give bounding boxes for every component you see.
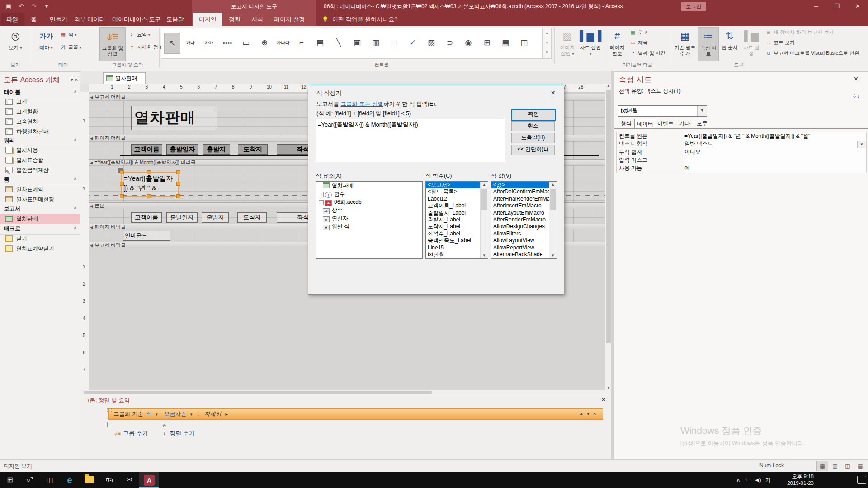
add-group-button[interactable]: ⫝̸≡그룹 추가 xyxy=(114,430,148,436)
list-item[interactable]: AlternateBackShade xyxy=(491,251,549,258)
colors-button[interactable]: ▦색 ▾ xyxy=(60,29,76,39)
undo-icon[interactable]: ↶ xyxy=(15,0,27,13)
option-button-icon[interactable]: ◉ xyxy=(461,33,476,53)
totals-button[interactable]: Σ요약 ▾ xyxy=(128,29,150,39)
text-box-icon[interactable]: 가나 xyxy=(183,33,198,53)
image-control-icon[interactable]: ▨ xyxy=(424,33,439,53)
detail-field-textbox[interactable]: 고객이름 xyxy=(131,212,162,223)
taskbar-clock[interactable]: 오후 9:18 2019-01-23 xyxy=(775,473,814,487)
list-item[interactable]: Line15 xyxy=(426,244,481,251)
expression-values-list[interactable]: <값>AfterDelConfirmEmMacroAfterFinalRende… xyxy=(491,181,557,259)
edge-icon[interactable]: e xyxy=(60,472,80,488)
page-number-button[interactable]: # 페이지 번호 xyxy=(607,27,627,61)
design-view-button[interactable]: ▤ xyxy=(854,461,866,471)
start-button[interactable]: ⊞ xyxy=(0,472,20,488)
column-header-label[interactable]: 출발일자 xyxy=(166,144,198,155)
nav-item-report-selected[interactable]: 열차판매 xyxy=(0,214,80,224)
view-code-button[interactable]: ⸬코드 보기 xyxy=(765,38,795,47)
vertical-scrollbar[interactable]: ▲▼ xyxy=(605,84,611,390)
document-tab[interactable]: 열차판매 xyxy=(103,72,146,84)
nav-section-macros[interactable]: 매크로∧ xyxy=(0,224,80,235)
props-tab-data[interactable]: 데이터 xyxy=(634,119,656,129)
less-button[interactable]: << 간단히(L) xyxy=(511,145,555,155)
controls-gallery-scroll[interactable]: ▲▼≡ xyxy=(542,28,552,59)
qat-customize-icon[interactable]: ▾ xyxy=(41,0,52,13)
list-item[interactable]: 출발지_Label xyxy=(426,216,481,223)
group-field-dropdown[interactable]: 식 xyxy=(146,411,152,417)
date-time-button[interactable]: ◔날짜 및 시간 xyxy=(629,48,665,58)
selected-expression-textbox[interactable]: =Year([출발일자 ]) & "년 " & xyxy=(121,172,179,197)
help-button[interactable]: 도움말(H) xyxy=(511,133,555,143)
insert-chart-button[interactable]: ▌▆▐ 차트 삽입 ▾ xyxy=(580,27,601,61)
list-item[interactable]: <값> xyxy=(491,182,549,188)
nav-item-query[interactable]: 열차표종합 xyxy=(0,155,80,165)
nav-item-table[interactable]: 하행열차판매 xyxy=(0,127,80,136)
tab-page-setup[interactable]: 페이지 설정 xyxy=(269,13,311,26)
tab-file[interactable]: 파일 xyxy=(1,13,24,26)
layout-view-button[interactable]: ◫ xyxy=(842,461,854,471)
drag-handle[interactable]: ⋮⋮ xyxy=(105,409,108,419)
property-row[interactable]: 사용 가능예 xyxy=(616,164,867,173)
nav-item-form[interactable]: 열차표판매현황 xyxy=(0,194,80,204)
list-item[interactable]: AllowReportView xyxy=(491,244,549,251)
expand-icon[interactable]: + xyxy=(319,200,324,205)
action-center-icon[interactable] xyxy=(857,476,866,484)
add-sort-button[interactable]: ㅎ↓정렬 추가 xyxy=(160,430,195,436)
nav-section-reports[interactable]: 보고서∧ xyxy=(0,204,80,215)
list-item[interactable]: 출발일자_Label xyxy=(426,210,481,216)
tab-external-data[interactable]: 외부 데이터 xyxy=(69,13,111,26)
list-scrollbar[interactable]: ▲▼ xyxy=(480,182,488,258)
access-taskbar-icon[interactable]: A xyxy=(139,472,159,488)
check-box-icon[interactable]: ✓ xyxy=(405,33,420,53)
web-browser-icon[interactable]: ◫ xyxy=(516,33,532,53)
nav-item-table[interactable]: 고객 xyxy=(0,97,80,107)
select-pointer-icon[interactable]: ↖ xyxy=(164,33,180,54)
cancel-button[interactable]: 취소 xyxy=(511,121,555,131)
close-icon[interactable]: ✕ xyxy=(854,75,859,82)
list-scrollbar[interactable]: ▲▼ xyxy=(549,182,557,258)
tell-me-search[interactable]: 💡어떤 작업을 원하시나요? xyxy=(322,13,397,26)
rectangle-icon[interactable]: □ xyxy=(387,33,402,53)
list-item[interactable]: AllowFilters xyxy=(491,230,549,237)
list-item[interactable]: <필드 목록> xyxy=(426,188,481,195)
image-gallery-icon[interactable]: ▦ xyxy=(498,33,513,53)
column-header-label[interactable]: 도착지 xyxy=(238,144,268,155)
tray-expand-icon[interactable]: ∧ xyxy=(733,472,743,488)
close-button[interactable]: ✕ xyxy=(847,0,868,13)
themes-button[interactable]: 가가 테마 ▾ xyxy=(34,27,58,61)
fonts-button[interactable]: 가글꼴 ▾ xyxy=(60,42,81,52)
close-icon[interactable]: ✕ xyxy=(601,396,606,403)
file-explorer-icon[interactable] xyxy=(80,472,99,488)
nav-item-macro[interactable]: 열차표예약닫기 xyxy=(0,244,80,253)
tab-control-icon[interactable]: ▭ xyxy=(238,33,254,53)
property-sheet-button[interactable]: ≔ 속성 시트 xyxy=(698,27,719,61)
property-row[interactable]: 누적 합계아니요 xyxy=(616,148,867,157)
button-icon[interactable]: xxxx xyxy=(220,33,235,53)
list-item[interactable]: AllowLayoutView xyxy=(491,237,549,244)
save-icon[interactable]: ▣ xyxy=(3,0,14,13)
page-break-icon[interactable]: ⌐ xyxy=(294,33,309,53)
expression-input[interactable]: =Year([출발일자]) & Month([출발일자]) xyxy=(316,119,505,162)
props-tab-other[interactable]: 기타 xyxy=(676,119,693,129)
group-sort-button[interactable]: ⫝̸≡ 그룹화 및 정렬 xyxy=(99,27,126,61)
column-header-label[interactable]: 고객이름 xyxy=(131,144,162,155)
view-button[interactable]: ◎ 보기 ▾ xyxy=(4,27,27,61)
tab-help[interactable]: 도움말 xyxy=(161,13,189,26)
list-item[interactable]: AfterFinalRenderEmMacro xyxy=(491,196,549,202)
ok-button[interactable]: 확인 xyxy=(511,109,556,121)
mail-icon[interactable]: ✉ xyxy=(119,472,139,488)
expand-icon[interactable]: + xyxy=(319,192,324,197)
list-box-icon[interactable]: ▥ xyxy=(368,33,383,53)
option-group-icon[interactable]: 가나다 xyxy=(275,33,291,53)
nav-item-table[interactable]: 고객현황 xyxy=(0,107,80,117)
detail-field-textbox[interactable]: 도착지 xyxy=(237,212,267,223)
tab-home[interactable]: 홈 xyxy=(25,13,42,26)
attachment-icon[interactable]: ⊃ xyxy=(442,33,458,53)
list-item[interactable]: AllowDesignChanges xyxy=(491,223,549,230)
subform-icon[interactable]: ⊞ xyxy=(479,33,495,53)
list-item[interactable]: 고객이름_Label xyxy=(426,202,481,209)
ime-indicator[interactable]: 가 xyxy=(763,472,773,488)
volume-icon[interactable]: ◀) xyxy=(753,472,763,488)
expression-elements-tree[interactable]: 열차판매 +ƒ함수 +A06회.accdb ab상수 ±연산자 ★일반 식 xyxy=(316,181,423,259)
nav-item-table[interactable]: 고속열차 xyxy=(0,117,80,127)
